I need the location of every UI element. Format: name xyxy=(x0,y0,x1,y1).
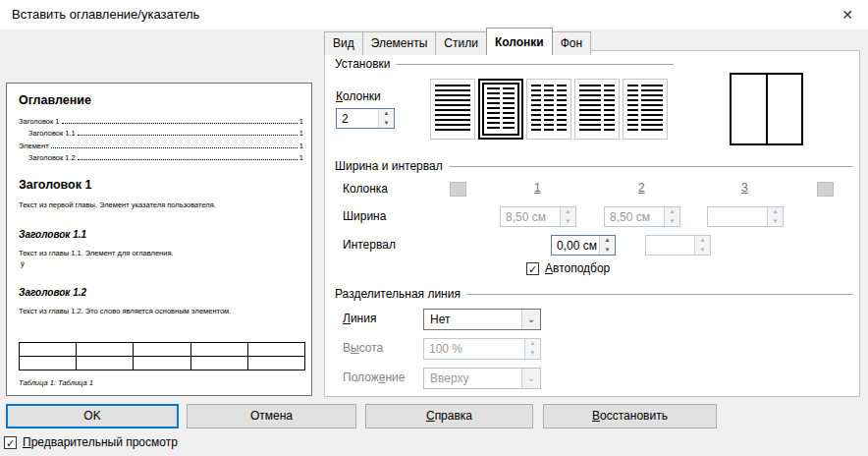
tab-elementy[interactable]: Элементы xyxy=(362,31,437,55)
width-field-1[interactable]: 8,50 см ▲▼ xyxy=(500,206,576,227)
preview-paragraph: Текст из главы 1.2. Это слово является о… xyxy=(19,307,299,316)
divider xyxy=(466,294,853,295)
line-position-label: Положение xyxy=(343,370,405,384)
columns-page-preview xyxy=(730,73,803,145)
line-height-field[interactable]: 100 % ▲▼ xyxy=(423,338,541,360)
preset-wide-left[interactable] xyxy=(574,79,620,140)
spacing-label: Интервал xyxy=(343,238,396,252)
columns-count-stepper[interactable]: 2 ▲ ▼ xyxy=(336,108,395,129)
line-position-select[interactable]: Вверху ⌄ xyxy=(423,368,541,389)
column-number-2[interactable]: 2 xyxy=(638,181,645,195)
preview-heading-1-1: Заголовок 1.1 xyxy=(19,229,311,240)
left-arrow-icon: ← xyxy=(453,183,463,195)
preview-ychar: ÿ xyxy=(21,259,311,268)
preview-toggle-label: Предварительный просмотр xyxy=(23,435,178,449)
autofit-checkbox[interactable]: ✓ xyxy=(526,262,539,275)
separator-group-label: Разделительная линия xyxy=(335,287,461,301)
preview-heading-1-2: Заголовок 1.2 xyxy=(19,287,311,298)
chevron-down-icon: ⌄ xyxy=(521,369,540,388)
spin-down-icon[interactable]: ▼ xyxy=(561,217,575,227)
separator-group-header: Разделительная линия xyxy=(335,287,853,301)
preview-toggle-checkbox[interactable]: ✓ xyxy=(4,436,17,449)
divider xyxy=(396,64,674,65)
close-icon[interactable]: ✕ xyxy=(837,4,858,26)
toc-entry: Заголовок 11 xyxy=(19,113,303,126)
spacing-field-2[interactable]: ▲▼ xyxy=(645,235,711,256)
titlebar: Вставить оглавление/указатель ✕ xyxy=(0,0,868,29)
preview-toggle-row[interactable]: ✓ Предварительный просмотр xyxy=(4,435,178,449)
spin-up-icon[interactable]: ▲ xyxy=(768,207,783,217)
dialog-title: Вставить оглавление/указатель xyxy=(12,7,199,22)
preset-wide-right[interactable] xyxy=(623,79,668,140)
preview-toc-title: Оглавление xyxy=(19,93,311,107)
spin-down-icon[interactable]: ▼ xyxy=(600,246,615,256)
line-height-label: Высота xyxy=(343,341,383,355)
tab-vid[interactable]: Вид xyxy=(324,31,363,55)
preset-one-column[interactable] xyxy=(430,79,475,140)
toc-entry: Заголовок 1.11 xyxy=(19,126,303,139)
width-spacing-group-header: Ширина и интервал xyxy=(335,159,853,173)
ok-button[interactable]: OK xyxy=(6,404,179,428)
preset-two-columns[interactable] xyxy=(478,79,523,140)
line-style-select[interactable]: Нет ⌄ xyxy=(423,309,541,330)
line-style-label: Линия xyxy=(343,312,376,325)
width-spacing-group-label: Ширина и интервал xyxy=(335,159,443,173)
toc-entry: Заголовок 1.21 xyxy=(19,150,303,163)
reset-button[interactable]: Восстановить xyxy=(543,404,717,428)
tab-bar: Вид Элементы Стили Колонки Фон xyxy=(324,28,590,55)
preview-paragraph: Текст из первой главы. Элемент указателя… xyxy=(19,200,299,210)
spin-up-icon[interactable]: ▲ xyxy=(561,207,575,217)
width-field-2[interactable]: 8,50 см ▲▼ xyxy=(604,206,680,227)
spin-down-icon[interactable]: ▼ xyxy=(525,349,540,359)
spacing-field-1[interactable]: 0,00 см ▲▼ xyxy=(551,235,616,256)
settings-group-label: Установки xyxy=(335,57,390,71)
column-number-1[interactable]: 1 xyxy=(534,181,541,195)
column-preset-buttons xyxy=(430,79,668,140)
preview-paragraph: Текст из главы 1.1. Элемент для оглавлен… xyxy=(19,249,299,258)
spin-down-icon[interactable]: ▼ xyxy=(665,217,679,227)
columns-count-label: Колонки xyxy=(336,89,381,103)
columns-tab-content: Установки Колонки 2 ▲ ▼ xyxy=(324,50,860,397)
settings-group-header: Установки xyxy=(335,57,674,71)
spin-up-icon[interactable]: ▲ xyxy=(695,236,710,246)
spin-down-icon[interactable]: ▼ xyxy=(768,217,783,227)
spin-down-icon[interactable]: ▼ xyxy=(695,246,710,256)
tab-fon[interactable]: Фон xyxy=(552,31,591,55)
preset-three-columns[interactable] xyxy=(526,79,571,140)
autofit-checkbox-row[interactable]: ✓ Автоподбор xyxy=(526,261,610,275)
spin-up-icon[interactable]: ▲ xyxy=(525,339,540,349)
width-label: Ширина xyxy=(343,209,386,223)
preview-table xyxy=(19,342,305,370)
tab-kolonki[interactable]: Колонки xyxy=(486,28,553,55)
column-number-3[interactable]: 3 xyxy=(741,181,748,195)
preview-heading-1: Заголовок 1 xyxy=(19,178,311,192)
toc-entry: Элемент1 xyxy=(19,138,303,150)
column-row-label: Колонка xyxy=(343,182,388,196)
autofit-label: Автоподбор xyxy=(545,261,610,275)
spin-buttons[interactable]: ▲ ▼ xyxy=(378,109,394,128)
tab-stili[interactable]: Стили xyxy=(435,31,487,55)
spin-up-icon[interactable]: ▲ xyxy=(665,207,679,217)
next-column-button[interactable]: → xyxy=(817,182,834,197)
spin-up-icon[interactable]: ▲ xyxy=(600,236,615,246)
divider xyxy=(449,166,853,167)
width-field-3[interactable]: ▲▼ xyxy=(707,206,784,227)
document-preview-panel: Оглавление Заголовок 11 Заголовок 1.11 Э… xyxy=(6,83,312,396)
chevron-down-icon: ⌄ xyxy=(521,310,540,329)
insert-toc-dialog: Вставить оглавление/указатель ✕ Оглавлен… xyxy=(0,0,868,456)
preview-table-caption: Таблица 1: Таблица 1 xyxy=(19,378,311,387)
preview-toc: Заголовок 11 Заголовок 1.11 Элемент1 Заг… xyxy=(19,113,303,162)
prev-column-button[interactable]: ← xyxy=(450,182,466,197)
help-button[interactable]: Справка xyxy=(365,404,533,428)
right-arrow-icon: → xyxy=(820,183,831,195)
spin-up-icon[interactable]: ▲ xyxy=(379,109,394,119)
cancel-button[interactable]: Отмена xyxy=(187,404,356,428)
spin-down-icon[interactable]: ▼ xyxy=(379,119,394,129)
